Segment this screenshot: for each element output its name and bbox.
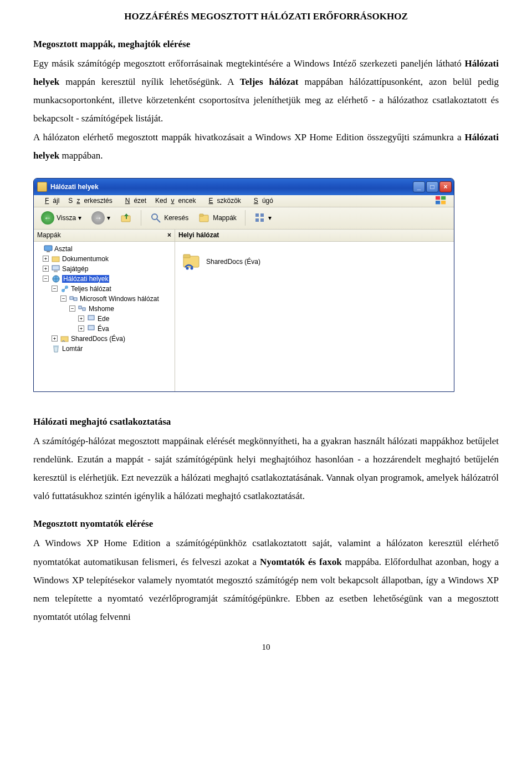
expand-toggle[interactable]: +: [52, 335, 58, 342]
svg-rect-17: [54, 271, 58, 272]
expand-toggle[interactable]: +: [43, 266, 49, 272]
close-tree-button[interactable]: ×: [167, 231, 171, 239]
svg-rect-11: [255, 218, 259, 222]
tree-header: Mappák ×: [34, 230, 175, 242]
folder-icon: [52, 254, 60, 263]
computer-icon: [87, 314, 96, 323]
computer-icon: [52, 264, 60, 273]
expand-toggle[interactable]: +: [43, 256, 49, 262]
folder-up-icon: [120, 212, 132, 224]
tree-item-eva[interactable]: Éva: [98, 325, 109, 333]
forward-button[interactable]: → ▾: [88, 208, 114, 227]
list-item[interactable]: SharedDocs (Éva): [182, 252, 447, 272]
item-label: SharedDocs (Éva): [206, 258, 260, 266]
paragraph-3: A számítógép-hálózat megosztott mappáina…: [33, 432, 499, 506]
p1-text-a: Egy másik számítógép megosztott erőforrá…: [33, 58, 465, 69]
tree-item-network-places[interactable]: Hálózati helyek: [62, 275, 109, 283]
computer-icon: [87, 324, 96, 333]
svg-rect-16: [52, 266, 59, 270]
svg-rect-3: [441, 201, 446, 204]
expand-toggle[interactable]: −: [43, 276, 49, 282]
folders-label: Mappák: [213, 214, 237, 222]
close-button[interactable]: ×: [439, 181, 452, 192]
svg-rect-27: [88, 325, 94, 330]
tree-item-trash[interactable]: Lomtár: [62, 345, 83, 353]
shared-folder-icon: [182, 252, 202, 272]
expand-toggle[interactable]: +: [78, 325, 84, 332]
window-title: Hálózati helyek: [50, 183, 99, 191]
svg-point-32: [186, 267, 189, 269]
svg-rect-28: [61, 337, 68, 342]
search-label: Keresés: [164, 214, 188, 222]
p2-text-a: A hálózaton elérhető megosztott mappák h…: [33, 132, 465, 142]
p2-text-c: mappában.: [59, 150, 103, 161]
trash-icon: [52, 344, 60, 353]
content-pane[interactable]: SharedDocs (Éva): [175, 242, 454, 391]
svg-point-5: [152, 214, 157, 220]
titlebar[interactable]: Hálózati helyek _ □ ×: [34, 179, 454, 195]
tree-item-documents[interactable]: Dokumentumok: [62, 255, 109, 263]
svg-rect-22: [70, 297, 73, 299]
network-icon: [60, 284, 69, 293]
tree-header-label: Mappák: [37, 231, 61, 239]
heading-printers: Megosztott nyomtatók elérése: [33, 518, 499, 529]
back-button[interactable]: ← Vissza ▾: [37, 208, 85, 227]
dropdown-icon: ▾: [78, 214, 81, 222]
svg-rect-1: [441, 196, 446, 200]
svg-rect-25: [83, 308, 85, 310]
content-header: Helyi hálózat: [175, 230, 454, 242]
page-number: 10: [33, 643, 499, 652]
folder-tree[interactable]: Asztal +Dokumentumok +Sajátgép −Hálózati…: [34, 242, 175, 391]
menu-help[interactable]: Súgó: [246, 196, 277, 206]
maximize-button[interactable]: □: [426, 181, 438, 192]
menu-view[interactable]: Nézet: [117, 196, 150, 206]
svg-rect-8: [200, 214, 203, 216]
folders-button[interactable]: Mappák: [195, 209, 241, 227]
expand-toggle[interactable]: −: [60, 296, 66, 302]
dropdown-icon: ▾: [268, 214, 272, 222]
tree-item-shareddocs[interactable]: SharedDocs (Éva): [71, 335, 125, 343]
search-button[interactable]: Keresés: [146, 209, 192, 227]
tree-item-full-network[interactable]: Teljes hálózat: [71, 285, 111, 293]
heading-shared-folders: Megosztott mappák, meghajtók elérése: [33, 39, 499, 50]
desktop-icon: [44, 245, 53, 253]
svg-rect-10: [260, 213, 264, 217]
tree-item-mycomputer[interactable]: Sajátgép: [62, 265, 88, 273]
views-button[interactable]: ▾: [250, 209, 275, 227]
p1-text-c: mappán keresztül nyílik lehetőségünk. A: [59, 77, 239, 87]
up-button[interactable]: [116, 209, 136, 227]
tree-item-ede[interactable]: Ede: [98, 315, 109, 323]
expand-toggle[interactable]: −: [52, 286, 58, 292]
content-header-label: Helyi hálózat: [178, 231, 219, 239]
window-icon: [37, 182, 47, 192]
back-arrow-icon: ←: [41, 211, 54, 225]
windows-flag-icon: [432, 196, 451, 206]
tree-item-mshome[interactable]: Mshome: [89, 305, 114, 313]
menu-tools[interactable]: Eszközök: [201, 196, 244, 206]
heading-netdrive: Hálózati meghajtó csatlakoztatása: [33, 416, 499, 427]
p1-bold-d: Teljes hálózat: [240, 77, 299, 87]
menu-favorites[interactable]: Kedvencek: [151, 196, 200, 206]
menu-file[interactable]: FFájlájl: [37, 196, 63, 206]
p4-bold-b: Nyomtatók és faxok: [260, 557, 342, 567]
dropdown-icon: ▾: [107, 214, 110, 222]
expand-toggle[interactable]: +: [78, 315, 84, 322]
minimize-button[interactable]: _: [413, 181, 425, 192]
tree-item-ms-network[interactable]: Microsoft Windows hálózat: [80, 295, 159, 303]
svg-rect-24: [79, 306, 81, 309]
toolbar: ← Vissza ▾ → ▾ Keresés Mappák: [34, 207, 454, 230]
expand-toggle[interactable]: −: [69, 305, 75, 312]
paragraph-1: Egy másik számítógép megosztott erőforrá…: [33, 54, 499, 128]
svg-rect-31: [183, 254, 190, 258]
menubar: FFájlájl Szerkesztés Nézet Kedvencek Esz…: [34, 195, 454, 207]
svg-rect-29: [53, 345, 59, 347]
svg-rect-15: [52, 257, 59, 262]
svg-line-6: [157, 219, 160, 222]
menu-edit[interactable]: Szerkesztés: [64, 196, 116, 206]
tree-pane: Mappák × Asztal +Dokumentumok +Sajátgép: [34, 230, 175, 391]
workgroup-icon: [78, 304, 87, 313]
search-icon: [150, 212, 162, 224]
svg-line-21: [64, 288, 66, 290]
svg-point-33: [191, 267, 193, 269]
tree-item-desktop[interactable]: Asztal: [54, 245, 73, 253]
